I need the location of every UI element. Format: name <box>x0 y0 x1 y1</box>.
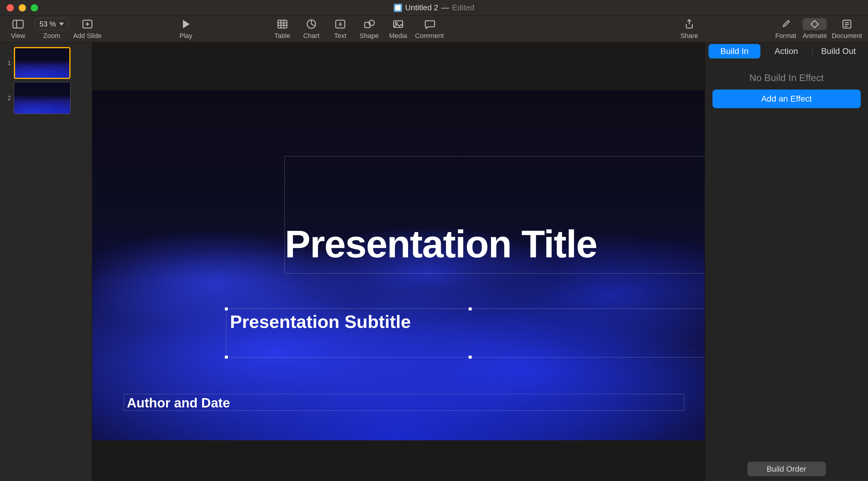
comment-label: Comment <box>415 32 444 40</box>
inspector-panel: Build In Action Build Out No Build In Ef… <box>705 42 868 481</box>
media-icon <box>392 19 404 29</box>
text-button[interactable]: A Text <box>328 18 352 40</box>
document-button[interactable]: Document <box>832 18 862 40</box>
inspector-tabs: Build In Action Build Out <box>705 42 868 60</box>
share-button[interactable]: Share <box>677 18 701 40</box>
sidebar-icon <box>12 19 24 29</box>
slide-navigator[interactable]: 1 2 <box>0 42 92 481</box>
selection-handle[interactable] <box>225 308 228 311</box>
nav-thumb-2[interactable] <box>14 82 70 114</box>
comment-button[interactable]: Comment <box>415 18 444 40</box>
animate-icon <box>809 19 821 30</box>
selection-handle[interactable] <box>225 356 228 359</box>
view-label: View <box>11 32 25 40</box>
document-status: Edited <box>452 3 474 12</box>
tab-build-out[interactable]: Build Out <box>812 44 864 59</box>
zoom-label: Zoom <box>43 32 60 40</box>
text-label: Text <box>334 32 346 40</box>
table-label: Table <box>275 32 290 40</box>
nav-slide-1[interactable]: 1 <box>5 47 87 79</box>
subtitle-text-box[interactable]: Presentation Subtitle <box>226 309 705 357</box>
table-icon <box>276 19 288 29</box>
document-label: Document <box>832 32 862 40</box>
plus-square-icon <box>82 19 93 29</box>
svg-marker-5 <box>183 20 190 28</box>
nav-thumb-1[interactable] <box>14 47 70 79</box>
selection-handle[interactable] <box>469 308 472 311</box>
tab-build-in[interactable]: Build In <box>709 44 761 59</box>
main-area: 1 2 Presentation Title Presentation Subt… <box>0 42 868 481</box>
play-label: Play <box>179 32 192 40</box>
animate-label: Animate <box>803 32 827 40</box>
minimize-window-button[interactable] <box>19 4 26 11</box>
chart-button[interactable]: Chart <box>299 18 323 40</box>
view-button[interactable]: View <box>6 18 30 40</box>
nav-slide-num: 1 <box>5 60 11 67</box>
chevron-down-icon <box>59 23 64 26</box>
zoom-button[interactable]: 53 % Zoom <box>35 18 68 40</box>
shape-label: Shape <box>360 32 379 40</box>
document-icon-tb <box>841 19 852 29</box>
chart-label: Chart <box>303 32 319 40</box>
title-separator: — <box>441 3 449 12</box>
svg-line-13 <box>311 24 315 26</box>
close-window-button[interactable] <box>7 4 14 11</box>
media-label: Media <box>389 32 407 40</box>
toolbar: View 53 % Zoom Add Slide Play <box>0 16 868 42</box>
document-icon <box>394 4 402 12</box>
inspector-body: No Build In Effect Add an Effect <box>705 60 868 457</box>
svg-rect-6 <box>278 20 287 28</box>
share-label: Share <box>681 32 698 40</box>
document-name: Untitled 2 <box>405 3 438 12</box>
tab-action[interactable]: Action <box>761 44 812 59</box>
format-button[interactable]: Format <box>774 18 798 40</box>
text-icon: A <box>335 19 346 29</box>
svg-rect-0 <box>13 20 23 28</box>
paintbrush-icon <box>780 19 791 30</box>
author-text[interactable]: Author and Date <box>127 395 681 411</box>
maximize-window-button[interactable] <box>31 4 38 11</box>
chart-icon <box>306 19 317 30</box>
add-slide-label: Add Slide <box>73 32 101 40</box>
build-order-button[interactable]: Build Order <box>747 462 826 476</box>
subtitle-text[interactable]: Presentation Subtitle <box>230 311 705 332</box>
author-text-box[interactable]: Author and Date <box>124 394 684 411</box>
zoom-value: 53 % <box>39 20 56 28</box>
shape-icon <box>363 19 375 29</box>
animate-button[interactable]: Animate <box>803 18 827 40</box>
svg-text:A: A <box>338 22 342 27</box>
nav-slide-num: 2 <box>5 95 11 102</box>
selection-handle[interactable] <box>469 356 472 359</box>
play-icon <box>182 19 190 29</box>
window-controls <box>0 4 38 11</box>
share-icon <box>684 19 695 30</box>
slide-canvas[interactable]: Presentation Title Presentation Subtitle… <box>92 90 705 440</box>
nav-slide-2[interactable]: 2 <box>5 82 87 114</box>
media-button[interactable]: Media <box>386 18 410 40</box>
shape-button[interactable]: Shape <box>357 18 381 40</box>
title-text[interactable]: Presentation Title <box>285 222 597 266</box>
inspector-footer: Build Order <box>705 457 868 481</box>
table-button[interactable]: Table <box>270 18 294 40</box>
canvas-area[interactable]: Presentation Title Presentation Subtitle… <box>92 42 705 481</box>
title-text-box[interactable]: Presentation Title <box>284 156 705 274</box>
document-title: Untitled 2 — Edited <box>394 3 474 12</box>
no-effect-label: No Build In Effect <box>749 72 824 84</box>
format-label: Format <box>775 32 796 40</box>
add-slide-button[interactable]: Add Slide <box>73 18 101 40</box>
add-effect-button[interactable]: Add an Effect <box>712 90 861 108</box>
play-button[interactable]: Play <box>174 18 198 40</box>
titlebar: Untitled 2 — Edited <box>0 0 868 16</box>
comment-icon <box>424 19 435 29</box>
